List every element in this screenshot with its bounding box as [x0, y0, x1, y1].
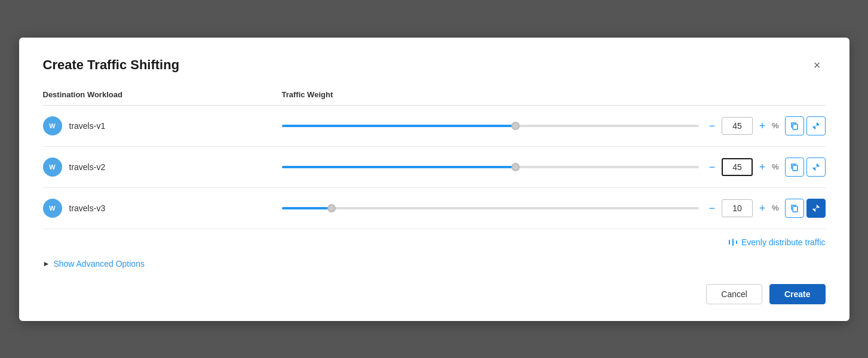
slider-track-v3: [282, 207, 699, 209]
slider-v3[interactable]: [282, 202, 699, 214]
svg-rect-3: [729, 240, 730, 245]
weight-input-v2[interactable]: [722, 158, 753, 176]
modal-dialog: Create Traffic Shifting × Destination Wo…: [19, 38, 849, 321]
create-button[interactable]: Create: [769, 284, 826, 304]
increment-btn-v3[interactable]: +: [755, 201, 769, 215]
pct-label-v3: %: [772, 203, 779, 212]
slider-fill-v3: [282, 207, 332, 209]
weight-controls-v3: − + %: [705, 199, 826, 218]
distribute-icon: [728, 237, 738, 247]
weight-input-v1[interactable]: [722, 117, 753, 135]
slider-track-v1: [282, 125, 699, 127]
slider-fill-v1: [282, 125, 516, 127]
distribute-row: Evenly distribute traffic: [43, 229, 826, 251]
increment-btn-v1[interactable]: +: [755, 119, 769, 133]
svg-rect-2: [793, 206, 798, 212]
copy-btn-v3[interactable]: [785, 199, 804, 218]
slider-thumb-v1[interactable]: [511, 122, 520, 130]
col-header-weight: Traffic Weight: [282, 90, 826, 99]
slider-thumb-v2[interactable]: [511, 163, 520, 171]
slider-v2[interactable]: [282, 161, 699, 173]
weight-cell-v3: − + %: [282, 199, 826, 218]
svg-rect-4: [732, 239, 734, 246]
advanced-toggle-button[interactable]: ► Show Advanced Options: [43, 259, 145, 268]
pct-label-v2: %: [772, 162, 779, 171]
copy-btn-v2[interactable]: [785, 158, 804, 177]
cancel-button[interactable]: Cancel: [706, 284, 762, 304]
decrement-btn-v1[interactable]: −: [705, 119, 719, 133]
avatar-v1: W: [43, 116, 62, 135]
modal-header: Create Traffic Shifting ×: [43, 57, 826, 73]
modal-footer: Cancel Create: [43, 274, 826, 304]
table-row: W travels-v2 − + %: [43, 147, 826, 188]
pin-btn-v1[interactable]: [806, 116, 826, 135]
chevron-right-icon: ►: [43, 260, 50, 268]
slider-fill-v2: [282, 166, 516, 168]
advanced-section: ► Show Advanced Options: [43, 251, 826, 274]
table-header: Destination Workload Traffic Weight: [43, 90, 826, 106]
distribute-button[interactable]: Evenly distribute traffic: [728, 237, 826, 247]
pct-label-v1: %: [772, 121, 779, 130]
svg-rect-0: [793, 124, 798, 129]
avatar-v3: W: [43, 199, 62, 218]
weight-controls-v1: − + %: [705, 116, 826, 135]
modal-title: Create Traffic Shifting: [43, 57, 180, 73]
workload-cell-v2: W travels-v2: [43, 158, 282, 177]
workload-cell-v3: W travels-v3: [43, 199, 282, 218]
copy-btn-v1[interactable]: [785, 116, 804, 135]
distribute-label: Evenly distribute traffic: [741, 237, 826, 247]
svg-rect-1: [793, 165, 798, 171]
avatar-v2: W: [43, 158, 62, 177]
slider-thumb-v3[interactable]: [327, 204, 336, 212]
workload-name-v1: travels-v1: [69, 121, 106, 131]
decrement-btn-v2[interactable]: −: [705, 160, 719, 174]
decrement-btn-v3[interactable]: −: [705, 201, 719, 215]
increment-btn-v2[interactable]: +: [755, 160, 769, 174]
workload-name-v2: travels-v2: [69, 162, 106, 172]
workload-cell-v1: W travels-v1: [43, 116, 282, 135]
table-row: W travels-v1 − + %: [43, 106, 826, 147]
pin-btn-v3[interactable]: [806, 199, 826, 218]
advanced-toggle-label: Show Advanced Options: [53, 259, 145, 268]
close-button[interactable]: ×: [809, 57, 826, 73]
col-header-workload: Destination Workload: [43, 90, 282, 99]
weight-cell-v1: − + %: [282, 116, 826, 135]
slider-track-v2: [282, 166, 699, 168]
pin-btn-v2[interactable]: [806, 158, 826, 177]
weight-cell-v2: − + %: [282, 158, 826, 177]
weight-input-v3[interactable]: [722, 199, 753, 217]
weight-controls-v2: − + %: [705, 158, 826, 177]
table-row: W travels-v3 − + %: [43, 188, 826, 229]
slider-v1[interactable]: [282, 120, 699, 132]
workload-name-v3: travels-v3: [69, 203, 106, 213]
svg-rect-5: [736, 240, 737, 244]
modal-overlay: Create Traffic Shifting × Destination Wo…: [0, 0, 868, 358]
